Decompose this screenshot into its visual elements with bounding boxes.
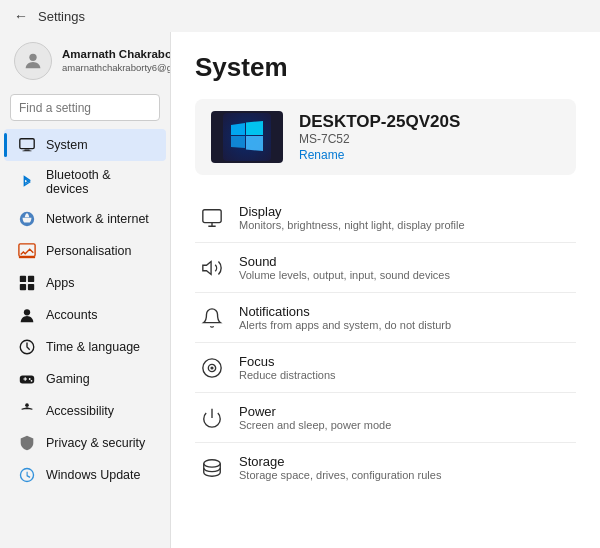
search-box[interactable]: 🔍	[10, 94, 160, 121]
svg-rect-5	[20, 276, 26, 282]
svg-rect-16	[203, 209, 221, 222]
settings-item-text-sound: SoundVolume levels, output, input, sound…	[239, 254, 450, 281]
sidebar-item-apps[interactable]: Apps	[4, 267, 166, 299]
back-button[interactable]: ←	[14, 8, 28, 24]
system-icon	[18, 136, 36, 154]
sidebar-item-label-apps: Apps	[46, 276, 75, 290]
svg-rect-7	[20, 284, 26, 290]
settings-item-notifications[interactable]: NotificationsAlerts from apps and system…	[195, 293, 576, 343]
settings-item-sound[interactable]: SoundVolume levels, output, input, sound…	[195, 243, 576, 293]
power-icon	[199, 405, 225, 431]
sidebar-item-gaming[interactable]: Gaming	[4, 363, 166, 395]
sidebar-item-privacy[interactable]: Privacy & security	[4, 427, 166, 459]
sound-icon	[199, 255, 225, 281]
sidebar-item-label-network: Network & internet	[46, 212, 149, 226]
settings-list: DisplayMonitors, brightness, night light…	[195, 193, 576, 492]
nav-list: SystemBluetooth & devicesNetwork & inter…	[0, 129, 170, 491]
storage-icon	[199, 455, 225, 481]
sidebar-item-label-bluetooth: Bluetooth & devices	[46, 168, 152, 196]
device-info: DESKTOP-25QV20S MS-7C52 Rename	[299, 112, 460, 162]
settings-item-text-display: DisplayMonitors, brightness, night light…	[239, 204, 465, 231]
svg-point-9	[24, 309, 30, 315]
search-input[interactable]	[19, 101, 169, 115]
time-icon	[18, 338, 36, 356]
sidebar-item-label-time: Time & language	[46, 340, 140, 354]
sidebar-item-label-system: System	[46, 138, 88, 152]
settings-item-text-notifications: NotificationsAlerts from apps and system…	[239, 304, 451, 331]
sidebar-item-time[interactable]: Time & language	[4, 331, 166, 363]
apps-icon	[18, 274, 36, 292]
settings-item-desc-notifications: Alerts from apps and system, do not dist…	[239, 319, 451, 331]
network-icon	[18, 210, 36, 228]
svg-rect-6	[28, 276, 34, 282]
svg-rect-3	[23, 150, 32, 151]
settings-item-desc-sound: Volume levels, output, input, sound devi…	[239, 269, 450, 281]
title-bar: ← Settings	[0, 0, 600, 32]
gaming-icon	[18, 370, 36, 388]
svg-rect-8	[28, 284, 34, 290]
bluetooth-icon	[18, 173, 36, 191]
svg-point-0	[29, 54, 36, 61]
settings-item-title-display: Display	[239, 204, 465, 219]
device-card: DESKTOP-25QV20S MS-7C52 Rename	[195, 99, 576, 175]
sidebar-item-bluetooth[interactable]: Bluetooth & devices	[4, 161, 166, 203]
settings-item-storage[interactable]: StorageStorage space, drives, configurat…	[195, 443, 576, 492]
sidebar-item-windows-update[interactable]: Windows Update	[4, 459, 166, 491]
main-layout: Amarnath Chakraborty amarnathchakraborty…	[0, 32, 600, 548]
sidebar: Amarnath Chakraborty amarnathchakraborty…	[0, 32, 170, 548]
sidebar-item-label-gaming: Gaming	[46, 372, 90, 386]
settings-item-text-focus: FocusReduce distractions	[239, 354, 336, 381]
display-icon	[199, 205, 225, 231]
settings-item-desc-focus: Reduce distractions	[239, 369, 336, 381]
rename-link[interactable]: Rename	[299, 148, 460, 162]
avatar	[14, 42, 52, 80]
svg-point-12	[29, 378, 31, 380]
settings-item-title-storage: Storage	[239, 454, 441, 469]
svg-rect-1	[20, 139, 34, 149]
focus-icon	[199, 355, 225, 381]
settings-item-power[interactable]: PowerScreen and sleep, power mode	[195, 393, 576, 443]
device-name: DESKTOP-25QV20S	[299, 112, 460, 132]
sidebar-item-personalisation[interactable]: Personalisation	[4, 235, 166, 267]
svg-marker-17	[203, 261, 211, 274]
personalisation-icon	[18, 242, 36, 260]
settings-item-title-notifications: Notifications	[239, 304, 451, 319]
accessibility-icon	[18, 402, 36, 420]
user-info: Amarnath Chakraborty amarnathchakraborty…	[62, 47, 170, 74]
settings-item-desc-display: Monitors, brightness, night light, displ…	[239, 219, 465, 231]
page-title: System	[195, 52, 576, 83]
sidebar-item-system[interactable]: System	[4, 129, 166, 161]
sidebar-item-network[interactable]: Network & internet	[4, 203, 166, 235]
settings-item-text-storage: StorageStorage space, drives, configurat…	[239, 454, 441, 481]
settings-item-focus[interactable]: FocusReduce distractions	[195, 343, 576, 393]
windows-update-icon	[18, 466, 36, 484]
device-thumbnail	[211, 111, 283, 163]
sidebar-item-accounts[interactable]: Accounts	[4, 299, 166, 331]
sidebar-item-label-privacy: Privacy & security	[46, 436, 145, 450]
svg-point-14	[25, 403, 29, 407]
app-title: Settings	[38, 9, 85, 24]
settings-item-desc-storage: Storage space, drives, configuration rul…	[239, 469, 441, 481]
settings-item-title-sound: Sound	[239, 254, 450, 269]
sidebar-item-accessibility[interactable]: Accessibility	[4, 395, 166, 427]
sidebar-item-label-personalisation: Personalisation	[46, 244, 131, 258]
accounts-icon	[18, 306, 36, 324]
settings-item-title-focus: Focus	[239, 354, 336, 369]
user-profile[interactable]: Amarnath Chakraborty amarnathchakraborty…	[0, 32, 170, 94]
notifications-icon	[199, 305, 225, 331]
user-email: amarnathchakraborty6@gmail.com	[62, 62, 170, 74]
settings-item-text-power: PowerScreen and sleep, power mode	[239, 404, 391, 431]
device-model: MS-7C52	[299, 132, 460, 146]
privacy-icon	[18, 434, 36, 452]
sidebar-item-label-accessibility: Accessibility	[46, 404, 114, 418]
settings-item-desc-power: Screen and sleep, power mode	[239, 419, 391, 431]
content-area: System	[170, 32, 600, 548]
svg-point-20	[211, 367, 213, 369]
svg-point-22	[204, 459, 221, 466]
settings-item-title-power: Power	[239, 404, 391, 419]
sidebar-item-label-windows-update: Windows Update	[46, 468, 141, 482]
settings-item-display[interactable]: DisplayMonitors, brightness, night light…	[195, 193, 576, 243]
user-name: Amarnath Chakraborty	[62, 47, 170, 62]
sidebar-item-label-accounts: Accounts	[46, 308, 97, 322]
svg-point-13	[31, 380, 33, 382]
